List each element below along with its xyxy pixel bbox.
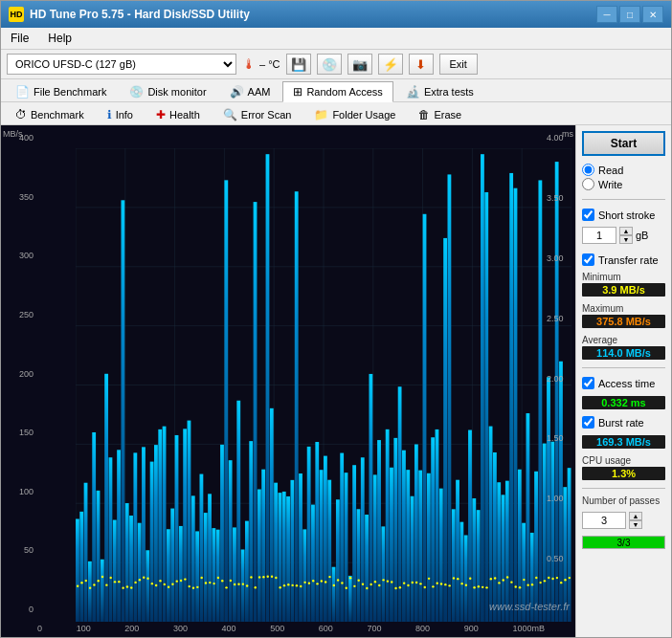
short-stroke-checkbox-label[interactable]: Short stroke (582, 209, 665, 221)
short-stroke-checkbox[interactable] (582, 209, 594, 221)
stroke-up-button[interactable]: ▲ (619, 227, 633, 235)
close-button[interactable]: ✕ (642, 6, 663, 23)
average-section: Average 114.0 MB/s (582, 335, 665, 361)
transfer-rate-checkbox[interactable] (582, 253, 594, 266)
download-icon-btn[interactable]: ⬇ (409, 54, 434, 75)
y-axis-labels: 400 350 300 250 200 150 100 50 0 (1, 133, 37, 614)
x-label-900: 900 (464, 624, 479, 633)
passes-spinner: ▲ ▼ (629, 512, 642, 529)
disk-icon-btn2[interactable]: 💿 (317, 54, 342, 75)
device-icons: 🌡 – °C (242, 56, 280, 72)
divider2 (582, 367, 665, 368)
side-panel: Start Read Write Short stroke ▲ (575, 125, 671, 637)
stroke-unit-label: gB (636, 230, 648, 241)
stroke-value-input[interactable] (582, 227, 616, 244)
write-radio-label[interactable]: Write (582, 178, 665, 190)
access-time-value: 0.332 ms (582, 396, 665, 409)
y-label-200: 200 (19, 369, 34, 379)
y-right-label-200: 2.00 (547, 374, 564, 384)
access-time-checkbox-label[interactable]: Access time (582, 377, 665, 389)
watermark: www.ssd-tester.fr (489, 601, 570, 612)
help-menu[interactable]: Help (42, 30, 78, 47)
random-access-icon: ⊞ (293, 85, 302, 99)
access-time-section: 0.332 ms (582, 395, 665, 410)
start-button[interactable]: Start (582, 131, 665, 156)
access-time-label: Access time (598, 378, 655, 389)
read-radio[interactable] (582, 164, 594, 176)
y-label-50: 50 (24, 545, 34, 555)
tabs-row1: 📄 File Benchmark 💿 Disk monitor 🔊 AAM ⊞ … (1, 79, 671, 102)
benchmark-icon: ⏱ (15, 108, 27, 121)
tab-info-label: Info (116, 109, 133, 121)
x-label-700: 700 (367, 624, 381, 633)
x-label-200: 200 (124, 624, 139, 633)
aam-icon: 🔊 (230, 85, 244, 99)
tab-random-access[interactable]: ⊞ Random Access (282, 81, 392, 102)
tab-health-label: Health (169, 109, 200, 121)
y-right-label-350: 3.50 (547, 193, 564, 203)
tab-benchmark[interactable]: ⏱ Benchmark (5, 104, 95, 124)
tab-folder-usage[interactable]: 📁 Folder Usage (303, 104, 406, 124)
cpu-usage-label: CPU usage (582, 455, 665, 466)
tab-erase-label: Erase (434, 109, 461, 121)
window-title: HD Tune Pro 5.75 - Hard Disk/SSD Utility (30, 8, 250, 21)
tab-extra-tests-label: Extra tests (424, 86, 474, 98)
y-axis-unit: MB/s (3, 129, 23, 139)
cpu-usage-section: CPU usage 1.3% (582, 455, 665, 481)
device-select[interactable]: ORICO UFSD-C (127 gB) (7, 54, 236, 75)
x-label-100: 100 (77, 624, 91, 633)
y-right-label-050: 0.50 (547, 554, 564, 563)
menu-bar: File Help (1, 28, 671, 50)
write-label: Write (598, 179, 622, 190)
folder-usage-icon: 📁 (314, 108, 328, 121)
read-label: Read (598, 165, 623, 176)
tab-extra-tests[interactable]: 🔬 Extra tests (395, 81, 484, 101)
minimum-label: Minimum (582, 272, 665, 282)
tab-erase[interactable]: 🗑 Erase (408, 104, 472, 124)
x-label-500: 500 (270, 624, 284, 633)
transfer-rate-label: Transfer rate (598, 254, 659, 266)
tab-error-scan[interactable]: 🔍 Error Scan (213, 104, 302, 124)
write-radio[interactable] (582, 178, 594, 190)
maximum-section: Maximum 375.8 MB/s (582, 303, 665, 329)
stroke-down-button[interactable]: ▼ (619, 235, 633, 244)
minimize-button[interactable]: ─ (596, 6, 617, 23)
tab-disk-monitor[interactable]: 💿 Disk monitor (119, 81, 216, 101)
progress-bar-container: 3/3 (582, 536, 665, 549)
read-radio-label[interactable]: Read (582, 164, 665, 176)
tab-aam[interactable]: 🔊 AAM (219, 81, 281, 101)
divider3 (582, 488, 665, 489)
burst-rate-checkbox[interactable] (582, 416, 594, 429)
title-bar-controls: ─ □ ✕ (596, 6, 663, 23)
passes-down-button[interactable]: ▼ (629, 520, 642, 529)
extra-tests-icon: 🔬 (406, 85, 420, 99)
passes-label: Number of passes (582, 495, 665, 506)
y-right-label-300: 3.00 (547, 253, 564, 263)
x-label-600: 600 (319, 624, 333, 633)
burst-rate-checkbox-label[interactable]: Burst rate (582, 416, 665, 429)
main-window: HD HD Tune Pro 5.75 - Hard Disk/SSD Util… (0, 0, 672, 638)
title-bar-left: HD HD Tune Pro 5.75 - Hard Disk/SSD Util… (9, 7, 250, 22)
average-label: Average (582, 335, 665, 345)
title-bar: HD HD Tune Pro 5.75 - Hard Disk/SSD Util… (1, 1, 671, 28)
file-menu[interactable]: File (5, 30, 34, 47)
maximize-button[interactable]: □ (619, 6, 640, 23)
tab-health[interactable]: ✚ Health (146, 104, 211, 124)
disk-icon-btn1[interactable]: 💾 (286, 54, 311, 75)
short-stroke-label: Short stroke (598, 209, 655, 221)
device-bar: ORICO UFSD-C (127 gB) 🌡 – °C 💾 💿 📷 ⚡ ⬇ E… (1, 50, 671, 79)
passes-input-row: ▲ ▼ (582, 512, 665, 529)
power-icon-btn[interactable]: ⚡ (378, 54, 403, 75)
y-label-150: 150 (19, 428, 34, 437)
access-time-checkbox[interactable] (582, 377, 594, 389)
y-label-250: 250 (19, 310, 34, 319)
exit-button[interactable]: Exit (439, 54, 478, 75)
tab-file-benchmark[interactable]: 📄 File Benchmark (5, 81, 117, 101)
cpu-usage-value: 1.3% (582, 467, 665, 480)
tab-info[interactable]: ℹ Info (97, 104, 144, 124)
camera-icon-btn[interactable]: 📷 (347, 54, 372, 75)
stroke-input-row: ▲ ▼ gB (582, 227, 665, 244)
passes-up-button[interactable]: ▲ (629, 512, 642, 520)
transfer-rate-checkbox-label[interactable]: Transfer rate (582, 253, 665, 266)
passes-input[interactable] (582, 512, 626, 529)
